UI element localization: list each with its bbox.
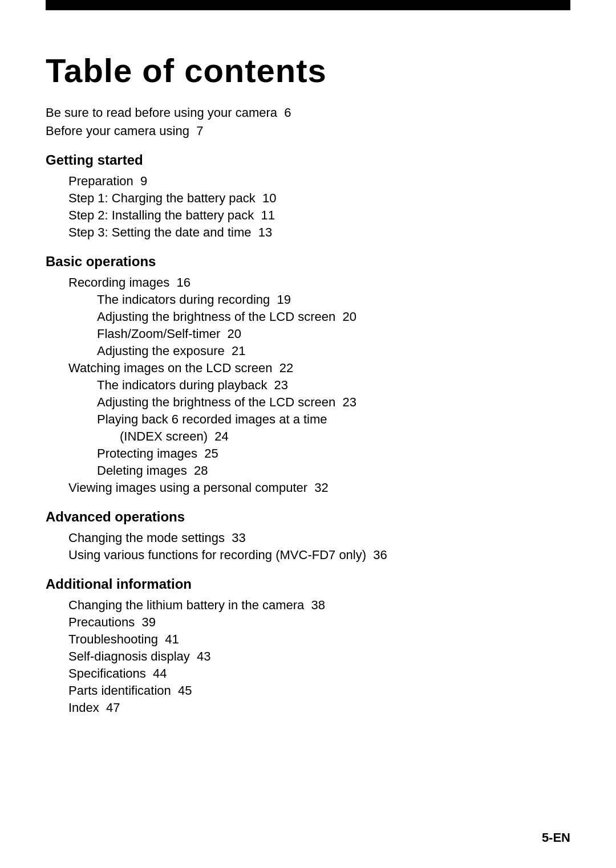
section-advanced-operations: Advanced operations Changing the mode se… bbox=[46, 509, 570, 563]
toc-item: Troubleshooting 41 bbox=[46, 632, 570, 647]
black-bar bbox=[46, 0, 570, 10]
heading-additional-information: Additional information bbox=[46, 576, 570, 592]
page-container: Table of contents Be sure to read before… bbox=[0, 0, 616, 868]
toc-item: Using various functions for recording (M… bbox=[46, 548, 570, 563]
toc-item-sub: The indicators during playback 23 bbox=[46, 378, 570, 393]
intro-text-2: Before your camera using 7 bbox=[46, 124, 203, 138]
heading-basic-operations: Basic operations bbox=[46, 254, 570, 270]
heading-advanced-operations: Advanced operations bbox=[46, 509, 570, 525]
toc-item: Step 2: Installing the battery pack 11 bbox=[46, 208, 570, 223]
toc-item-sub: Adjusting the brightness of the LCD scre… bbox=[46, 395, 570, 410]
toc-item-sub: Adjusting the brightness of the LCD scre… bbox=[46, 309, 570, 324]
toc-item-changing-mode: Changing the mode settings 33 bbox=[46, 531, 570, 545]
toc-item-sub: Playing back 6 recorded images at a time bbox=[46, 412, 570, 427]
toc-item-sub: The indicators during recording 19 bbox=[46, 292, 570, 307]
intro-line-2: Before your camera using 7 bbox=[46, 124, 570, 138]
toc-item: Changing the lithium battery in the came… bbox=[46, 598, 570, 613]
intro-section: Be sure to read before using your camera… bbox=[46, 105, 570, 138]
toc-item-sub: Deleting images 28 bbox=[46, 463, 570, 478]
toc-item: Step 3: Setting the date and time 13 bbox=[46, 225, 570, 240]
toc-item: Recording images 16 bbox=[46, 275, 570, 290]
toc-item: Step 1: Charging the battery pack 10 bbox=[46, 191, 570, 206]
toc-item: Viewing images using a personal computer… bbox=[46, 480, 570, 495]
toc-item-sub: Flash/Zoom/Self-timer 20 bbox=[46, 327, 570, 341]
toc-item-protecting-images: Protecting images 25 bbox=[46, 446, 570, 461]
intro-text-1: Be sure to read before using your camera… bbox=[46, 105, 291, 120]
intro-line-1: Be sure to read before using your camera… bbox=[46, 105, 570, 120]
toc-item: Precautions 39 bbox=[46, 615, 570, 630]
toc-item: Watching images on the LCD screen 22 bbox=[46, 361, 570, 376]
page-number: 5-EN bbox=[542, 830, 570, 845]
page-title: Table of contents bbox=[46, 51, 570, 89]
toc-item-sub: Adjusting the exposure 21 bbox=[46, 344, 570, 358]
heading-getting-started: Getting started bbox=[46, 152, 570, 168]
toc-item-sub2: (INDEX screen) 24 bbox=[46, 429, 570, 444]
toc-item: Self-diagnosis display 43 bbox=[46, 649, 570, 664]
toc-item: Index 47 bbox=[46, 700, 570, 715]
section-additional-information: Additional information Changing the lith… bbox=[46, 576, 570, 715]
section-basic-operations: Basic operations Recording images 16 The… bbox=[46, 254, 570, 495]
toc-item-parts-identification: Parts identification 45 bbox=[46, 683, 570, 698]
section-getting-started: Getting started Preparation 9 Step 1: Ch… bbox=[46, 152, 570, 240]
toc-item: Specifications 44 bbox=[46, 666, 570, 681]
toc-item: Preparation 9 bbox=[46, 174, 570, 189]
